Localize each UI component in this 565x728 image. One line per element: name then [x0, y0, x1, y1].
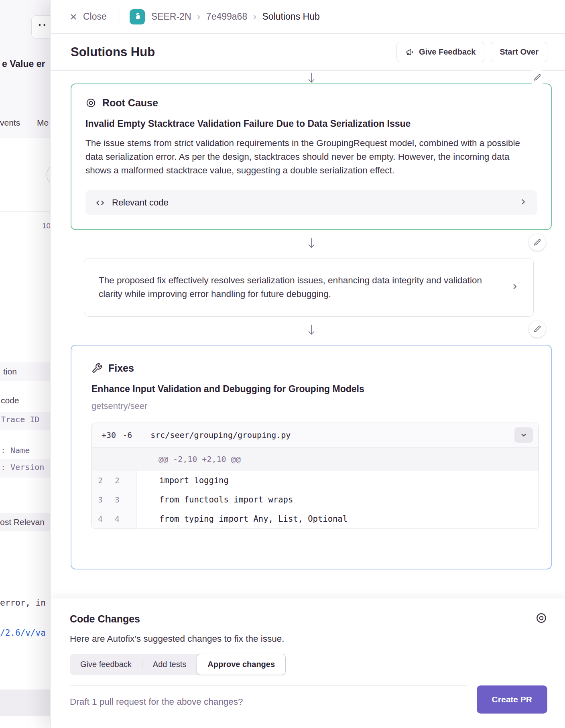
breadcrumb: SEER-2N › 7e499a68 › Solutions Hub	[151, 11, 320, 22]
target-icon	[535, 612, 547, 626]
flow-connector	[71, 71, 552, 83]
background-page: ·· e Value er vents Me 10 tion code Trac…	[0, 0, 52, 728]
diff-line: 4 4 from typing import Any, List, Option…	[92, 509, 539, 529]
chevron-down-icon	[520, 431, 528, 439]
start-over-label: Start Over	[500, 47, 539, 57]
solution-summary-card[interactable]: The proposed fix effectively resolves se…	[84, 258, 534, 317]
flow-connector	[71, 230, 552, 258]
code-text: from typing import Any, List, Optional	[137, 509, 539, 529]
solutions-hub-drawer: Close SEER-2N › 7e499a68 › Solutions Hub…	[50, 0, 565, 728]
relevant-code-expander[interactable]: Relevant code	[85, 190, 537, 215]
fixes-heading: Fixes	[91, 362, 539, 374]
add-tests-action[interactable]: Add tests	[142, 654, 197, 675]
megaphone-icon	[405, 48, 414, 57]
edit-solution-button[interactable]	[529, 234, 546, 251]
diff-additions: +30	[102, 430, 116, 440]
diff-collapse-button[interactable]	[514, 427, 533, 443]
solution-summary-text: The proposed fix effectively resolves se…	[99, 274, 484, 301]
breadcrumb-separator-icon: ›	[253, 12, 256, 22]
edit-root-cause-button[interactable]	[529, 69, 546, 86]
background-row-label-fragment: tion	[3, 362, 17, 381]
target-icon	[85, 98, 96, 108]
pr-footer: Draft 1 pull request for the above chang…	[70, 685, 547, 714]
root-cause-card: Root Cause Invalid Empty Stacktrace Vali…	[71, 83, 552, 230]
breadcrumb-current: Solutions Hub	[262, 11, 320, 22]
wrench-icon	[91, 363, 102, 374]
give-feedback-label: Give Feedback	[419, 47, 476, 57]
background-stacktrace-fragment: error, in	[0, 598, 46, 608]
root-cause-heading: Root Cause	[85, 97, 537, 109]
diff-stats: +30 -6	[102, 430, 132, 440]
drawer-header: Solutions Hub Give Feedback Start Over	[51, 34, 565, 71]
breadcrumb-issue-id[interactable]: 7e499a68	[206, 11, 247, 22]
drawer-topbar: Close SEER-2N › 7e499a68 › Solutions Hub	[51, 0, 565, 34]
code-changes-heading: Code Changes	[70, 613, 140, 625]
old-line-number: 4	[92, 509, 109, 529]
seer-project-icon	[130, 9, 145, 24]
background-divider	[0, 211, 52, 212]
fix-repo: getsentry/seer	[91, 401, 539, 411]
fix-title: Enhance Input Validation and Debugging f…	[91, 384, 539, 395]
diff-line: 3 3 from functools import wraps	[92, 490, 539, 509]
down-arrow-icon	[307, 324, 316, 338]
breadcrumb-project[interactable]: SEER-2N	[151, 11, 191, 22]
code-changes-sheet: Code Changes Here are Autofix's suggeste…	[51, 598, 565, 728]
code-changes-actions: Give feedback Add tests Approve changes	[70, 654, 286, 675]
diff-block: +30 -6 src/seer/grouping/grouping.py @@ …	[91, 423, 539, 529]
page-title: Solutions Hub	[71, 45, 155, 59]
diff-header: +30 -6 src/seer/grouping/grouping.py	[92, 423, 539, 447]
background-row-label-fragment: code	[1, 391, 19, 410]
autofix-flow: Root Cause Invalid Empty Stacktrace Vali…	[51, 71, 565, 569]
background-count-fragment: 10	[42, 222, 51, 230]
close-label: Close	[83, 11, 107, 22]
diff-gutter: 2 2	[92, 471, 137, 490]
diff-deletions: -6	[122, 430, 132, 440]
diff-gutter: 3 3	[92, 490, 137, 509]
background-tab-fragment[interactable]: Me	[37, 118, 49, 128]
background-key-version-fragment: : Version	[1, 462, 44, 472]
chevron-right-icon	[511, 283, 521, 292]
background-key-name-fragment: : Name	[1, 445, 30, 455]
new-line-number: 2	[109, 471, 126, 490]
new-line-number: 4	[109, 509, 126, 529]
close-button[interactable]: Close	[69, 11, 107, 22]
code-text: from functools import wraps	[137, 490, 539, 509]
header-actions: Give Feedback Start Over	[396, 42, 547, 62]
background-footer-row	[0, 689, 52, 716]
give-feedback-button[interactable]: Give Feedback	[396, 42, 484, 62]
relevant-code-label: Relevant code	[112, 197, 169, 208]
give-feedback-action[interactable]: Give feedback	[70, 654, 142, 675]
start-over-button[interactable]: Start Over	[491, 42, 547, 62]
approve-changes-action[interactable]: Approve changes	[197, 654, 286, 675]
fixes-card: Fixes Enhance Input Validation and Debug…	[71, 345, 552, 569]
pencil-icon	[533, 238, 542, 247]
code-text: import logging	[137, 471, 539, 490]
code-changes-description: Here are Autofix's suggested changes to …	[70, 634, 547, 644]
root-cause-heading-label: Root Cause	[102, 97, 158, 109]
edit-fixes-button[interactable]	[529, 321, 546, 338]
diff-hunk-header: @@ -2,10 +2,10 @@	[92, 447, 539, 471]
code-brackets-icon	[95, 198, 105, 208]
pr-footer-prompt: Draft 1 pull request for the above chang…	[70, 685, 467, 707]
down-arrow-icon	[307, 72, 316, 86]
root-cause-description: The issue stems from strict validation r…	[85, 136, 523, 177]
pencil-icon	[533, 73, 542, 82]
create-pr-button[interactable]: Create PR	[477, 685, 547, 714]
breadcrumb-separator-icon: ›	[197, 12, 200, 22]
background-issue-title-fragment: e Value er	[2, 59, 45, 69]
diff-file-path: src/seer/grouping/grouping.py	[150, 430, 291, 440]
root-cause-title: Invalid Empty Stacktrace Validation Fail…	[85, 118, 537, 129]
pencil-icon	[533, 325, 542, 333]
topbar-divider	[118, 8, 118, 26]
background-tab-events-fragment[interactable]: vents	[0, 118, 20, 128]
diff-line: 2 2 import logging	[92, 471, 539, 490]
old-line-number: 2	[92, 471, 109, 490]
down-arrow-icon	[307, 237, 316, 252]
close-icon	[69, 12, 78, 21]
old-line-number: 3	[92, 490, 109, 509]
chevron-right-icon	[519, 198, 527, 207]
background-docs-link-fragment[interactable]: /2.6/v/va	[0, 628, 46, 638]
background-section-header-fragment: ost Relevan	[0, 513, 45, 531]
background-divider	[0, 138, 52, 138]
new-line-number: 3	[109, 490, 126, 509]
